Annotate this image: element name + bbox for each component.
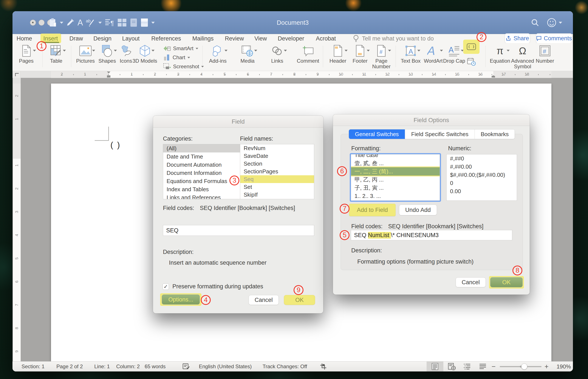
- add-ins-button[interactable]: Add-ins: [204, 44, 231, 64]
- list-item-seq-highlighted[interactable]: Seq: [240, 175, 314, 183]
- tab-acrobat[interactable]: Acrobat: [316, 34, 336, 43]
- ok-button[interactable]: OK: [490, 277, 523, 287]
- horizontal-ruler[interactable]: 2 1 1 2 3 4 5 6 7 8 9 10 11 12 13 14 15 …: [13, 71, 573, 78]
- preserve-formatting-checkbox-row[interactable]: ✓ Preserve formatting during updates: [163, 283, 263, 290]
- list-item[interactable]: 子, 丑, 寅 ...: [351, 184, 440, 192]
- pages-dropdown-icon[interactable]: [33, 50, 36, 51]
- page-number-button[interactable]: # Page Number: [368, 44, 395, 69]
- tab-bookmarks[interactable]: Bookmarks: [475, 129, 515, 139]
- tab-draw[interactable]: Draw: [69, 34, 83, 43]
- left-indent-marker[interactable]: [107, 75, 110, 78]
- screenshot-dropdown-icon[interactable]: [201, 66, 204, 67]
- media-button[interactable]: Media: [234, 44, 261, 64]
- web-layout-view-button[interactable]: [443, 362, 460, 371]
- list-item[interactable]: 0: [447, 179, 517, 187]
- status-section[interactable]: Section: 1: [22, 362, 45, 371]
- list-item[interactable]: #,##0.00: [447, 163, 517, 171]
- zoom-in-button[interactable]: +: [544, 362, 549, 371]
- 3d-models-dropdown-icon[interactable]: [151, 50, 154, 51]
- undo-add-button[interactable]: Undo Add: [399, 205, 437, 215]
- window-title: Document3: [13, 11, 573, 34]
- list-item[interactable]: SectionPages: [240, 168, 314, 175]
- list-item[interactable]: 壹, 贰, 叁 ...: [351, 159, 440, 167]
- tab-view[interactable]: View: [254, 34, 267, 43]
- tab-general-switches[interactable]: General Switches: [349, 129, 405, 139]
- chart-dropdown-icon[interactable]: [187, 57, 190, 58]
- field-code-input[interactable]: SEQ NumList \* CHINESENUM3: [351, 230, 512, 240]
- list-item[interactable]: $#,##0.00;($#,##0.00): [447, 171, 517, 179]
- zoom-slider-thumb[interactable]: [521, 363, 527, 370]
- chart-button[interactable]: Chart: [163, 54, 204, 61]
- list-item[interactable]: SkipIf: [240, 191, 314, 199]
- comment-button[interactable]: Comment: [295, 44, 321, 64]
- table-button[interactable]: Table: [43, 44, 70, 64]
- links-dropdown-icon[interactable]: [284, 50, 287, 51]
- media-dropdown-icon[interactable]: [254, 50, 257, 51]
- tab-insert[interactable]: Insert: [43, 34, 58, 43]
- links-button[interactable]: Links: [264, 44, 290, 64]
- share-button[interactable]: Share: [505, 33, 530, 43]
- formatting-label: Formatting:: [351, 145, 381, 152]
- print-layout-view-button[interactable]: [427, 362, 443, 371]
- options-button[interactable]: Options...: [162, 295, 200, 304]
- zoom-out-button[interactable]: −: [492, 362, 496, 371]
- tab-design[interactable]: Design: [93, 34, 111, 43]
- outline-view-button[interactable]: [459, 362, 476, 371]
- tab-selector-icon[interactable]: [13, 71, 21, 78]
- field-names-list[interactable]: RevNum SaveDate Section SectionPages Seq…: [240, 144, 314, 199]
- list-item[interactable]: 0.00: [447, 187, 517, 195]
- add-ins-icon: [211, 44, 224, 57]
- page-number-dropdown-icon[interactable]: [388, 50, 391, 51]
- tab-references[interactable]: References: [151, 34, 181, 43]
- numeric-list[interactable]: #,##0 #,##0.00 $#,##0.00;($#,##0.00) 0 0…: [446, 154, 517, 201]
- number-button[interactable]: # Number: [532, 44, 558, 64]
- list-item[interactable]: Title case: [351, 154, 440, 159]
- cancel-button[interactable]: Cancel: [249, 295, 279, 305]
- table-dropdown-icon[interactable]: [63, 50, 66, 51]
- status-language[interactable]: English (United States): [199, 362, 252, 371]
- date-time-button[interactable]: [463, 55, 480, 68]
- search-icon[interactable]: [531, 18, 539, 27]
- tab-layout[interactable]: Layout: [122, 34, 139, 43]
- list-item[interactable]: 1.. 2.. 3. ...: [351, 192, 440, 200]
- status-column[interactable]: Column: 2: [116, 362, 140, 371]
- tab-developer[interactable]: Developer: [278, 34, 304, 43]
- list-item[interactable]: 甲, 乙, 丙 ...: [351, 175, 440, 184]
- insert-field-button[interactable]: [463, 40, 480, 54]
- draft-view-button[interactable]: [474, 362, 491, 371]
- tab-review[interactable]: Review: [225, 34, 244, 43]
- screenshot-button[interactable]: Screenshot: [163, 63, 204, 70]
- tell-me-box[interactable]: Tell me what you want to do: [353, 34, 434, 43]
- checkbox-checked[interactable]: ✓: [163, 284, 169, 290]
- account-menu[interactable]: [547, 18, 562, 28]
- document-text[interactable]: ( ): [110, 140, 121, 150]
- tab-mailings[interactable]: Mailings: [192, 34, 213, 43]
- cancel-button[interactable]: Cancel: [456, 277, 486, 287]
- add-ins-dropdown-icon[interactable]: [225, 50, 227, 51]
- list-item-selected-chinese-simplified[interactable]: 一, 二, 三 (简)...: [351, 167, 440, 175]
- zoom-percentage[interactable]: 190%: [557, 362, 571, 371]
- status-page[interactable]: Page 2 of 2: [56, 362, 83, 371]
- status-line[interactable]: Line: 1: [94, 362, 110, 371]
- pages-button[interactable]: Pages: [13, 44, 40, 64]
- list-item[interactable]: SaveDate: [240, 152, 314, 160]
- list-item[interactable]: #,##0: [447, 154, 517, 163]
- tab-field-specific-switches[interactable]: Field Specific Switches: [405, 129, 475, 139]
- field-code-input[interactable]: SEQ: [163, 225, 314, 236]
- status-word-count[interactable]: 65 words: [145, 362, 166, 371]
- comments-button[interactable]: Comments: [536, 33, 572, 43]
- status-track-changes[interactable]: Track Changes: Off: [263, 362, 307, 371]
- vertical-ruler[interactable]: 2 1 1 2 3 4 5 6 7 8 9: [13, 78, 21, 361]
- list-item[interactable]: Section: [240, 160, 314, 168]
- crop-marks-icon[interactable]: [320, 362, 327, 371]
- smartart-button[interactable]: SmartArt: [163, 45, 204, 52]
- smartart-dropdown-icon[interactable]: [196, 48, 198, 49]
- add-to-field-button[interactable]: Add to Field: [349, 204, 396, 216]
- tab-home[interactable]: Home: [16, 34, 32, 43]
- ok-button[interactable]: OK: [284, 295, 315, 305]
- formatting-list[interactable]: Title case 壹, 贰, 叁 ... 一, 二, 三 (简)... 甲,…: [351, 154, 440, 201]
- proofing-icon[interactable]: [182, 362, 190, 371]
- list-item[interactable]: Set: [240, 183, 314, 191]
- 3d-models-button[interactable]: 3D Models: [132, 44, 158, 64]
- list-item[interactable]: RevNum: [240, 144, 314, 152]
